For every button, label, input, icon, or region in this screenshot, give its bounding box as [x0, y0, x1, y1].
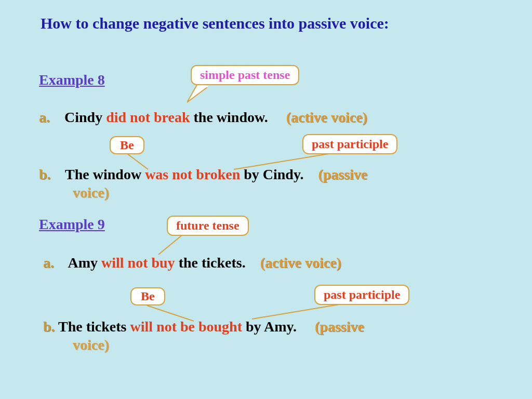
svg-line-4: [252, 303, 345, 319]
subject: Amy: [68, 255, 98, 271]
subject: The tickets: [58, 318, 126, 335]
sentence-9b: b. The tickets will not be bought by Amy…: [43, 318, 364, 335]
object: the window.: [193, 109, 268, 125]
tense-callout-8: simple past tense: [191, 65, 299, 85]
sentence-9b-cont: voice): [73, 337, 109, 353]
pp-callout-9: past participle: [314, 285, 409, 305]
verb-phrase: will not be bought: [130, 318, 243, 335]
agent: by Cindy.: [244, 166, 303, 182]
voice-label: (active voice): [260, 255, 341, 271]
voice-cont: voice): [73, 337, 109, 353]
sentence-8b-cont: voice): [73, 184, 109, 201]
sentence-8b: b. The window was not broken by Cindy. (…: [39, 166, 367, 183]
page-title: How to change negative sentences into pa…: [41, 15, 389, 32]
tense-callout-9: future tense: [167, 216, 249, 236]
agent: by Amy.: [246, 318, 297, 335]
voice-cont: voice): [73, 184, 109, 201]
verb-phrase: will not buy: [101, 255, 175, 271]
item-letter: b.: [43, 318, 55, 335]
subject: The window: [65, 166, 141, 182]
item-letter: a.: [43, 255, 54, 271]
pp-callout-8: past participle: [302, 134, 397, 154]
voice-label: (passive: [318, 166, 367, 182]
verb-phrase: did not break: [106, 109, 190, 125]
svg-line-2: [158, 235, 182, 255]
subject: Cindy: [64, 109, 102, 125]
example-8-heading: Example 8: [39, 72, 105, 88]
sentence-9a: a. Amy will not buy the tickets. (active…: [43, 255, 341, 271]
item-letter: a.: [39, 109, 50, 125]
object: the tickets.: [179, 255, 246, 271]
verb-phrase: was not broken: [145, 166, 240, 182]
be-callout-8: Be: [110, 136, 144, 154]
be-callout-9: Be: [130, 287, 165, 305]
voice-label: (passive: [315, 318, 364, 335]
voice-label: (active voice): [286, 109, 367, 125]
example-9-heading: Example 9: [39, 216, 105, 233]
item-letter: b.: [39, 166, 51, 182]
sentence-8a: a. Cindy did not break the window. (acti…: [39, 109, 367, 126]
